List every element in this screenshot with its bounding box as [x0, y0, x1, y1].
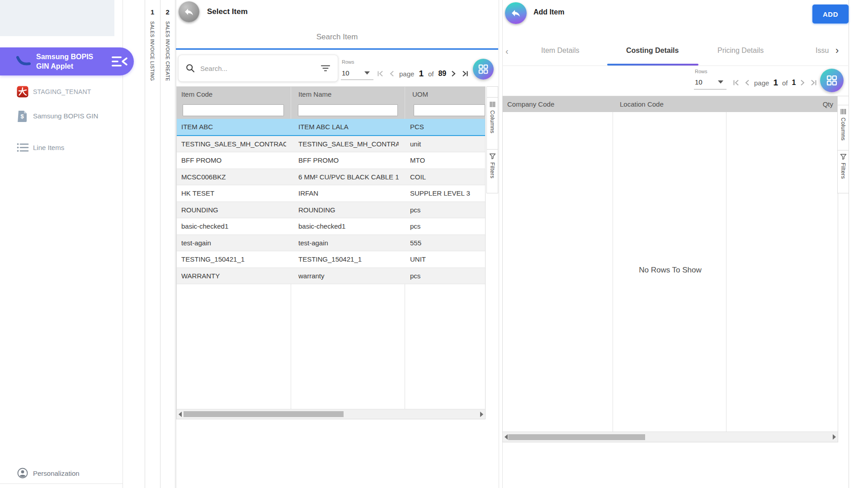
uom-cell: 555: [410, 239, 482, 247]
tab-pricing-details[interactable]: Pricing Details: [717, 47, 764, 55]
prev-page-icon[interactable]: [389, 70, 395, 77]
sidebar-item-samsung-bopis-gin[interactable]: $ Samsung BOPIS GIN: [0, 109, 123, 122]
sidebar-item-label: STAGING_TENANT: [33, 88, 91, 95]
uom-cell: SUPPLER LEVEL 3: [410, 189, 482, 197]
scroll-right-arrow-icon[interactable]: [833, 434, 836, 440]
person-icon: [12, 468, 33, 479]
scroll-right-arrow-icon[interactable]: [480, 412, 483, 417]
item-code-cell: ROUNDING: [181, 206, 286, 214]
add-item-back-button[interactable]: [505, 2, 527, 24]
columns-side-tab[interactable]: Columns: [837, 105, 849, 151]
filters-side-tab[interactable]: Filters: [486, 149, 498, 193]
table-row[interactable]: TESTING_150421_1 TESTING_150421_1 UNIT: [177, 251, 485, 268]
pagination: page 1 of 89: [377, 67, 472, 80]
next-page-icon[interactable]: [451, 70, 457, 77]
sidebar-item-line-items[interactable]: Line Items: [0, 141, 123, 154]
tabs-scroll-right-icon[interactable]: ›: [835, 46, 839, 56]
last-page-icon[interactable]: [810, 79, 817, 86]
item-name-cell: test-again: [298, 239, 399, 247]
item-name-cell: IRFAN: [298, 189, 399, 197]
tab-costing-details[interactable]: Costing Details: [626, 47, 679, 55]
filter-input-uom[interactable]: [414, 104, 485, 116]
column-header-item-code[interactable]: Item Code: [181, 90, 291, 98]
uom-cell: pcs: [410, 272, 482, 280]
rows-dropdown-caret[interactable]: [364, 71, 370, 75]
column-header-qty[interactable]: Qty: [823, 100, 833, 108]
prev-page-icon[interactable]: [744, 79, 750, 86]
rows-underline: [694, 89, 726, 89]
workspace-tab-sales-invoice-listing[interactable]: 1 SALES INVOICE LISTING: [145, 0, 160, 488]
rows-underline: [341, 80, 373, 80]
item-code-cell: basic-checked1: [181, 222, 286, 230]
column-header-uom[interactable]: UOM: [412, 90, 428, 98]
grid-view-button[interactable]: [820, 69, 844, 92]
list-icon: [12, 143, 33, 152]
workspace-tab-sales-invoice-create[interactable]: 2 SALES INVOICE CREATE: [160, 0, 176, 488]
table-row[interactable]: basic-checked1 basic-checked1 pcs: [177, 218, 485, 235]
item-name-cell: 6 MM² CU/PVC BLACK CABLE 1...: [298, 173, 399, 181]
tabs-scroll-left-icon[interactable]: ‹: [505, 47, 509, 56]
filter-input-item-code[interactable]: [183, 104, 284, 116]
tab-issue-truncated[interactable]: Issu: [816, 47, 832, 55]
item-name-cell: TESTING_150421_1: [298, 255, 399, 263]
filters-side-tab-label: Filters: [840, 163, 846, 179]
table-row[interactable]: TESTING_SALES_MH_CONTRACT TESTING_SALES_…: [177, 136, 485, 153]
select-item-back-button[interactable]: [179, 1, 199, 22]
collapse-sidebar-icon[interactable]: [110, 54, 128, 69]
last-page-icon[interactable]: [461, 70, 468, 77]
uom-cell: pcs: [410, 222, 482, 230]
rows-per-page-value[interactable]: 10: [695, 78, 703, 86]
scroll-left-arrow-icon[interactable]: [505, 434, 508, 440]
sidebar-item-staging-tenant[interactable]: STAGING_TENANT: [0, 85, 123, 99]
total-pages: 89: [438, 70, 446, 78]
scrollbar-thumb[interactable]: [184, 411, 344, 417]
grid-view-button[interactable]: [473, 59, 494, 80]
column-header-location-code[interactable]: Location Code: [620, 100, 722, 108]
table-row[interactable]: WARRANTY warranty pcs: [177, 268, 485, 285]
sidebar-item-personalization[interactable]: Personalization: [0, 467, 123, 479]
table-row[interactable]: test-again test-again 555: [177, 235, 485, 252]
add-button[interactable]: ADD: [812, 5, 849, 23]
item-code-cell: test-again: [181, 239, 286, 247]
workspace-tab-label: SALES INVOICE CREATE: [165, 21, 170, 81]
of-label: of: [428, 70, 434, 78]
current-page: 1: [773, 78, 778, 88]
filter-list-icon[interactable]: [321, 65, 330, 72]
table-row[interactable]: HK TESET IRFAN SUPPLER LEVEL 3: [177, 185, 485, 202]
next-page-icon[interactable]: [800, 79, 806, 86]
filters-side-tab[interactable]: Filters: [837, 150, 849, 193]
search-item-tab-underline: [176, 48, 498, 50]
search-bar: [178, 55, 338, 82]
side-strip-spacer: [486, 86, 498, 98]
item-code-cell: BFF PROMO: [181, 156, 286, 164]
tab-item-details[interactable]: Item Details: [541, 47, 579, 55]
rows-dropdown-caret[interactable]: [718, 80, 723, 84]
scroll-left-arrow-icon[interactable]: [179, 412, 182, 417]
workspace-tab-strip: 1 SALES INVOICE LISTING 2 SALES INVOICE …: [145, 0, 175, 488]
first-page-icon[interactable]: [377, 70, 384, 77]
table-row[interactable]: ITEM ABC ITEM ABC LALA PCS: [177, 119, 485, 136]
columns-side-tab[interactable]: Columns: [486, 97, 498, 150]
item-table-hscrollbar[interactable]: [177, 409, 485, 419]
filter-input-item-name[interactable]: [298, 104, 398, 116]
item-code-cell: MCSC006BKZ: [181, 173, 286, 181]
column-header-company-code[interactable]: Company Code: [507, 100, 613, 108]
sidebar-item-label: Personalization: [33, 469, 80, 477]
scrollbar-thumb[interactable]: [508, 434, 645, 440]
column-header-item-name[interactable]: Item Name: [298, 90, 405, 98]
grip-icon: [490, 101, 495, 108]
table-row[interactable]: BFF PROMO BFF PROMO MTO: [177, 152, 485, 169]
first-page-icon[interactable]: [733, 79, 740, 86]
search-input[interactable]: [199, 64, 321, 73]
uom-cell: UNIT: [410, 255, 482, 263]
tab-search-item[interactable]: Search Item: [176, 33, 498, 42]
uom-cell: PCS: [410, 123, 482, 131]
item-table-header: Item Code Item Name UOM: [177, 87, 485, 102]
grip-icon: [840, 108, 846, 115]
rows-per-page-value[interactable]: 10: [342, 69, 349, 77]
columns-side-tab-label: Columns: [489, 110, 495, 133]
costing-table-hscrollbar[interactable]: [503, 432, 838, 442]
workspace-tab-number: 1: [151, 8, 154, 16]
table-row[interactable]: MCSC006BKZ 6 MM² CU/PVC BLACK CABLE 1...…: [177, 169, 485, 186]
table-row[interactable]: ROUNDING ROUNDING pcs: [177, 202, 485, 219]
